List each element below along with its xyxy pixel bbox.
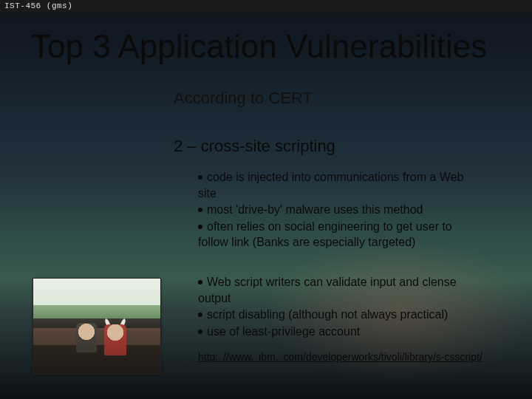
bullet-group-2: Web script writers can validate input an…: [198, 273, 483, 340]
bullet-icon: [198, 175, 202, 180]
section-heading: 2 – cross-site scripting: [174, 137, 335, 156]
bullet-icon: [198, 330, 202, 334]
bullet-icon: [198, 280, 202, 284]
bullet-icon: [198, 225, 202, 229]
course-tag: IST-456 (gms): [0, 0, 532, 13]
bullet: use of least-privilege account: [198, 324, 483, 340]
bullet: script disabling (although not always pr…: [198, 307, 483, 323]
bullet: code is injected into communications fro…: [198, 169, 483, 201]
bullet-icon: [198, 208, 202, 212]
slide-title: Top 3 Application Vulnerabilities: [31, 28, 502, 65]
slide-subtitle: According to CERT: [174, 89, 313, 108]
reference-link[interactable]: http: //www. ibm. com/developerworks/tiv…: [198, 351, 482, 363]
slide: IST-456 (gms) Top 3 Application Vulnerab…: [0, 0, 532, 399]
decorative-photo: [33, 278, 161, 375]
bullet: Web script writers can validate input an…: [198, 274, 483, 306]
viking-helmet-icon: [106, 318, 125, 327]
bullet: most 'drive-by' malware uses this method: [198, 202, 483, 218]
reference-link-anchor[interactable]: http: //www. ibm. com/developerworks/tiv…: [198, 351, 482, 363]
bullet: often relies on social engineering to ge…: [198, 219, 483, 250]
bullet-group-1: code is injected into communications fro…: [198, 168, 483, 251]
bullet-icon: [198, 313, 202, 317]
